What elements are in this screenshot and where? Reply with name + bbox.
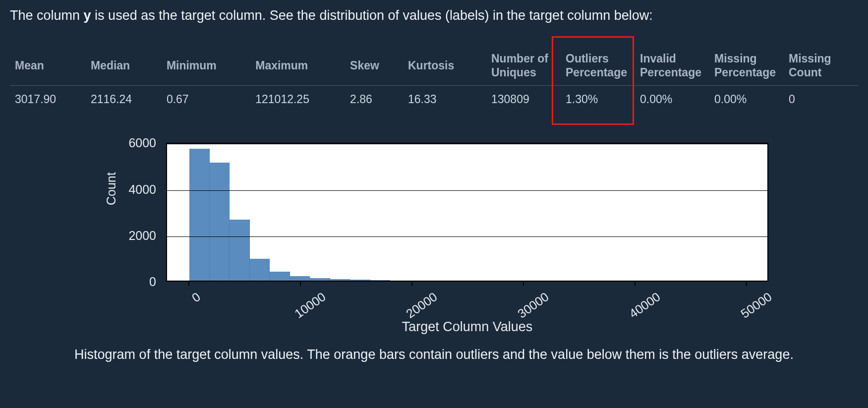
x-tick-label: 20000 xyxy=(404,290,440,321)
stats-header-cell: Kurtosis xyxy=(403,50,486,86)
x-tick-label: 30000 xyxy=(515,290,552,321)
histogram-bar xyxy=(330,279,350,281)
histogram-bar xyxy=(310,278,330,281)
histogram-bar xyxy=(350,280,370,281)
stats-value-cell: 130809 xyxy=(486,86,561,114)
stats-table: MeanMedianMinimumMaximumSkewKurtosisNumb… xyxy=(10,50,858,113)
x-tick-label: 50000 xyxy=(738,290,775,321)
y-tick-label: 4000 xyxy=(128,182,156,196)
chart-caption: Histogram of the target column values. T… xyxy=(10,347,858,362)
stats-header-cell: MissingPercentage xyxy=(709,50,784,86)
stats-value-cell: 2116.24 xyxy=(86,86,162,114)
stats-header-cell: Maximum xyxy=(250,50,345,86)
x-tick-label: 0 xyxy=(189,290,203,305)
stats-header-cell: Number ofUniques xyxy=(486,50,561,86)
intro-suffix: is used as the target column. See the di… xyxy=(91,8,653,23)
x-tick-label: 10000 xyxy=(292,290,329,321)
histogram-bar xyxy=(370,280,391,281)
x-tick-label: 40000 xyxy=(627,290,663,321)
histogram-bar xyxy=(230,220,250,281)
stats-header-cell: OutliersPercentage xyxy=(561,50,635,86)
stats-header-cell: MissingCount xyxy=(784,50,858,86)
stats-header-row: MeanMedianMinimumMaximumSkewKurtosisNumb… xyxy=(10,50,858,86)
stats-header-cell: Minimum xyxy=(162,50,250,86)
histogram-chart: Count 0200040006000 01000020000300004000… xyxy=(10,131,858,344)
stats-value-cell: 121012.25 xyxy=(250,86,345,114)
intro-column: y xyxy=(84,8,91,23)
histogram-bar xyxy=(210,163,230,281)
stats-value-cell: 0.67 xyxy=(162,86,250,114)
y-tick-label: 0 xyxy=(149,275,156,289)
stats-header-cell: Skew xyxy=(345,50,403,86)
stats-header-cell: InvalidPercentage xyxy=(635,50,709,86)
stats-value-cell: 0.00% xyxy=(709,86,784,114)
plot-frame xyxy=(166,143,768,282)
y-tick-label: 6000 xyxy=(128,136,156,150)
intro-prefix: The column xyxy=(10,8,84,23)
stats-table-wrap: MeanMedianMinimumMaximumSkewKurtosisNumb… xyxy=(10,50,858,113)
y-ticks: 0200040006000 xyxy=(10,131,161,285)
stats-value-cell: 0 xyxy=(784,86,858,114)
stats-value-cell: 16.33 xyxy=(403,86,486,114)
y-tick-label: 2000 xyxy=(128,228,156,242)
stats-value-row: 3017.902116.240.67121012.252.8616.331308… xyxy=(10,86,858,114)
stats-value-cell: 3017.90 xyxy=(10,86,86,114)
bars-group xyxy=(167,144,767,281)
histogram-bar xyxy=(250,259,270,281)
stats-value-cell: 1.30% xyxy=(561,86,635,114)
stats-value-cell: 2.86 xyxy=(345,86,403,114)
stats-value-cell: 0.00% xyxy=(635,86,709,114)
intro-text: The column y is used as the target colum… xyxy=(10,7,858,24)
x-axis-label: Target Column Values xyxy=(166,319,768,335)
histogram-bar xyxy=(270,272,290,281)
stats-header-cell: Mean xyxy=(10,50,86,86)
stats-header-cell: Median xyxy=(86,50,162,86)
histogram-bar xyxy=(189,149,210,281)
histogram-bar xyxy=(290,276,310,281)
